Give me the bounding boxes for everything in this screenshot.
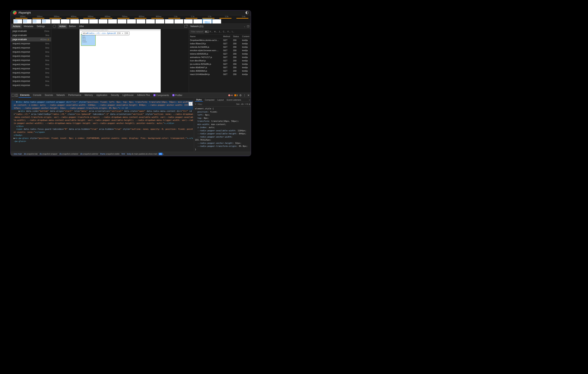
action-row[interactable]: request.response0ms xyxy=(10,54,51,58)
style-property[interactable]: min-width: max-content; xyxy=(195,123,250,126)
timeline-thumbnail[interactable]: ▪ xyxy=(146,19,155,24)
style-property[interactable]: transform: translate(16px, 56px); xyxy=(195,120,250,123)
action-row[interactable]: request.response0ms xyxy=(10,46,51,50)
network-type-filter[interactable]: F… xyxy=(209,30,213,33)
devtools-tab-security[interactable]: Security xyxy=(109,93,120,97)
devtools-tab-elements[interactable]: Elements xyxy=(19,93,31,97)
inspect-icon[interactable] xyxy=(12,94,14,97)
crumb-next-icon[interactable]: ▸ xyxy=(163,153,164,155)
timeline-thumbnail[interactable] xyxy=(32,19,41,24)
dom-node[interactable]: ▶<x-pw-glass style="position: fixed; ins… xyxy=(11,137,193,143)
style-property[interactable]: --radix-popper-available-height: 844px; xyxy=(195,132,250,136)
col-status[interactable]: Status xyxy=(233,35,242,38)
breadcrumb[interactable]: ◂ view-maindiv.snapshot-tabdiv.snapshot-… xyxy=(10,152,251,156)
style-property[interactable]: position: fixed; xyxy=(195,110,250,114)
breadcrumb-item[interactable]: div xyxy=(158,153,163,155)
style-property[interactable]: --radix-popper-anchor-width: 155.703125p… xyxy=(195,136,250,142)
action-row[interactable]: request.response0ms xyxy=(10,58,51,62)
action-row[interactable]: request.response0ms xyxy=(10,42,51,46)
timeline-thumbnail[interactable]: ▪ xyxy=(108,19,117,24)
dom-tree[interactable]: … ▼<div data-radix-popper-content-wrappe… xyxy=(10,98,194,152)
network-row[interactable]: index-80d834d7.jsGET200text/ja xyxy=(189,66,251,69)
action-row[interactable]: request.response0ms xyxy=(10,66,51,71)
dom-node[interactable]: <span data-radix-focus-guard tabindex="0… xyxy=(11,128,193,134)
more-icon[interactable]: ⋮ xyxy=(243,94,246,97)
actions-list[interactable]: page.evaluate15mspage.evaluate3mspage.ev… xyxy=(10,29,51,93)
timeline-thumbnail[interactable]: ▪ xyxy=(136,19,146,24)
dom-node[interactable]: </div> xyxy=(11,125,193,128)
breadcrumb-item[interactable]: div.snapshot-container xyxy=(59,153,79,155)
network-type-filter[interactable]: C… xyxy=(222,30,227,33)
style-filter-btn[interactable]: :hov xyxy=(236,103,240,105)
network-row[interactable]: animations-7437c217.jsGET200text/ja xyxy=(189,55,251,59)
col-method[interactable]: Method xyxy=(223,35,233,38)
network-row[interactable]: emotion-styled.browser.esm-…GET200text/j… xyxy=(189,49,251,52)
timeline-thumbnail[interactable]: ▪ xyxy=(117,19,126,24)
settings-icon[interactable] xyxy=(53,25,56,28)
devtools-tab-memory[interactable]: Memory xyxy=(83,93,94,97)
breadcrumb-item[interactable]: div.snapshot-switcher xyxy=(79,153,99,155)
devtools-tab-profiler[interactable]: ⚛Profiler xyxy=(171,93,184,97)
action-row[interactable]: page.evaluate451ms⚠ xyxy=(10,37,51,42)
gear-icon[interactable]: ⚙ xyxy=(239,94,242,97)
style-filter-btn[interactable]: + xyxy=(245,103,246,105)
action-row[interactable]: request.response0ms xyxy=(10,50,51,54)
action-row[interactable]: request.response0ms xyxy=(10,71,51,75)
copy-icon[interactable]: ⧉ xyxy=(246,103,248,105)
style-property[interactable]: --radix-popper-available-width: 1184px; xyxy=(195,129,250,132)
network-type-filter[interactable]: A… xyxy=(205,30,209,33)
breadcrumb-item[interactable]: div.snapshot-tab xyxy=(23,153,38,155)
tab-metadata[interactable]: Metadata xyxy=(22,24,35,28)
network-row[interactable]: jsx-runtime-f025d0fb.jsGET200text/ja xyxy=(189,62,251,66)
style-property[interactable]: --radix-popper-anchor-height: 32px; xyxy=(195,142,250,145)
styles-tab-event-listeners[interactable]: Event Listeners xyxy=(226,98,242,101)
snapshot-tab-action[interactable]: Action xyxy=(58,24,67,28)
snapshot-tab-before[interactable]: Before xyxy=(67,24,77,28)
error-count[interactable]: 44 xyxy=(228,94,233,96)
timeline-thumbnail[interactable]: ▪ xyxy=(212,19,221,24)
warning-count[interactable]: 3 xyxy=(234,94,238,96)
timeline-thumbnail[interactable]: ▪ xyxy=(98,19,108,24)
timeline-thumbnail[interactable]: ▪ xyxy=(89,19,98,24)
tab-actions[interactable]: Actions xyxy=(11,24,22,28)
network-type-filter[interactable]: I… xyxy=(231,30,235,33)
breadcrumb-item[interactable]: body.sb-main-padded.sb-show-main xyxy=(126,153,158,155)
action-row[interactable]: page.evaluate3ms xyxy=(10,33,51,37)
accessibility-icon[interactable]: ⛌ xyxy=(189,102,192,106)
popout-icon[interactable] xyxy=(185,25,187,28)
network-rows[interactable]: DropdownMenu.stories-ae1e…GET200text/jai… xyxy=(189,38,251,93)
dom-node[interactable]: </body> xyxy=(11,134,193,137)
style-property[interactable]: --radix-popper-transform-origin: 0% 0px; xyxy=(195,145,250,148)
devtools-tab-sources[interactable]: Sources xyxy=(43,93,54,97)
network-row[interactable]: tokens-b6450536.jsGET200text/ja xyxy=(189,52,251,55)
snapshot-iframe[interactable]: iframe.html?instrumented=true&id=compone… xyxy=(79,29,161,93)
col-name[interactable]: Name xyxy=(190,35,223,38)
style-filter-btn[interactable]: .cls xyxy=(241,103,244,105)
action-row[interactable]: request.response0ms xyxy=(10,79,51,83)
close-icon[interactable]: ✕ xyxy=(247,94,250,97)
network-filter-input[interactable] xyxy=(190,30,204,33)
breadcrumb-item[interactable]: div.snapshot-wrapper xyxy=(39,153,58,155)
timeline-thumbnail[interactable]: ▪ xyxy=(127,19,136,24)
timeline-thumbnail[interactable] xyxy=(23,19,32,24)
devtools-tab-performance[interactable]: Performance xyxy=(67,93,83,97)
timeline-thumbnail[interactable]: ▪ xyxy=(155,19,164,24)
timeline-thumbnail[interactable]: ▪ xyxy=(61,19,70,24)
dom-node[interactable]: ▶<div data-side="bottom" data-align="sta… xyxy=(11,110,193,125)
timeline-thumbnail[interactable]: ▪Select frameworks xyxy=(203,19,212,24)
styles-tab-styles[interactable]: Styles xyxy=(195,98,203,102)
devtools-tab-network[interactable]: Network xyxy=(55,93,66,97)
breadcrumb-item[interactable]: view-main xyxy=(13,153,23,155)
timeline-thumbnail[interactable] xyxy=(13,19,22,24)
devtools-tab-lighthouse[interactable]: Lighthouse xyxy=(121,93,135,97)
style-property[interactable]: top: 0px; xyxy=(195,117,250,120)
styles-tab-layout[interactable]: Layout xyxy=(216,98,225,101)
more-tabs-icon[interactable]: » xyxy=(249,99,250,101)
snapshot-tab-after[interactable]: After xyxy=(78,24,85,28)
panel-icon[interactable]: ▥ xyxy=(249,103,250,105)
network-row[interactable]: index-406668b8.jsGET200text/ja xyxy=(189,69,251,73)
timeline-thumbnail[interactable] xyxy=(42,19,51,24)
breadcrumb-item[interactable]: iframe.snapshot-visible xyxy=(99,153,120,155)
tab-settings[interactable]: Settings xyxy=(35,24,46,28)
devtools-tab-console[interactable]: Console xyxy=(32,93,43,97)
